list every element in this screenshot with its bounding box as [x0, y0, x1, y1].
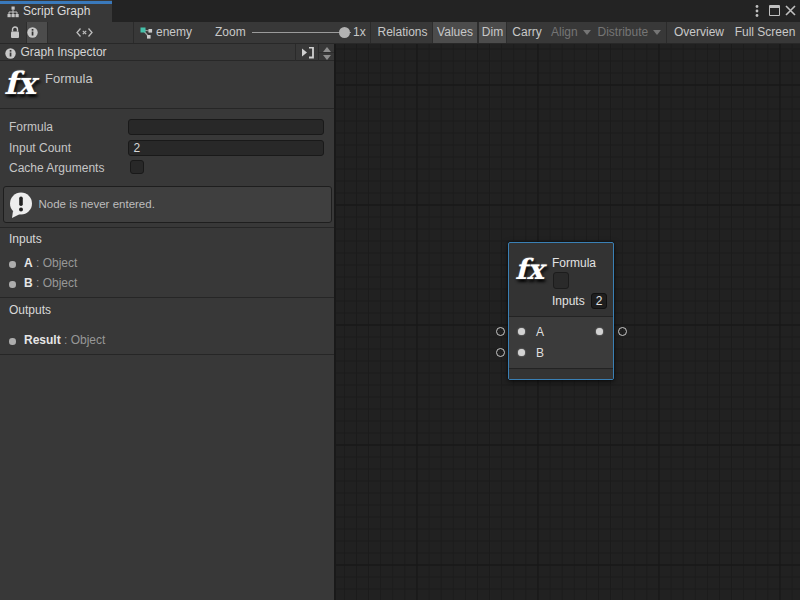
node-port-body — [509, 316, 613, 369]
separator — [0, 227, 334, 228]
output-port-row: Result : Object — [9, 333, 105, 347]
distribute-dropdown[interactable]: Distribute — [598, 22, 662, 43]
overview-button[interactable]: Overview — [668, 22, 730, 43]
lock-icon[interactable] — [9, 26, 21, 42]
toolbar-separator — [370, 22, 371, 43]
port-dot — [9, 338, 16, 345]
separator — [0, 354, 334, 355]
close-icon[interactable] — [784, 4, 797, 17]
port-b-label: B — [536, 346, 544, 360]
port-dot — [9, 261, 16, 268]
carry-button[interactable]: Carry — [507, 22, 547, 43]
port-b-dot[interactable] — [518, 349, 525, 356]
zoom-slider-handle[interactable] — [339, 27, 350, 38]
warning-icon — [9, 192, 34, 222]
zoom-label: Zoom — [215, 22, 246, 43]
port-name: Result — [24, 333, 61, 347]
inspector-header: Graph Inspector — [0, 44, 334, 61]
port-a-label: A — [536, 325, 544, 339]
fullscreen-button[interactable]: Full Screen — [730, 22, 800, 43]
cache-arguments-checkbox[interactable] — [130, 160, 144, 174]
zoom-slider-track[interactable] — [252, 32, 351, 34]
formula-node[interactable]: fx Formula Inputs 2 A B — [508, 242, 614, 380]
separator — [295, 44, 296, 61]
cache-arguments-label: Cache Arguments — [9, 161, 104, 176]
script-graph-icon — [7, 6, 19, 21]
port-result-connector-ring[interactable] — [618, 327, 627, 336]
tab-title: Script Graph — [23, 0, 90, 23]
code-view-icon[interactable] — [76, 27, 93, 41]
node-title: Formula — [552, 256, 596, 270]
chevron-down-icon[interactable] — [323, 55, 331, 60]
chevron-up-icon[interactable] — [323, 47, 331, 52]
info-icon — [5, 48, 16, 62]
separator — [0, 297, 334, 298]
tab-strip: Script Graph — [0, 0, 800, 22]
dim-button[interactable]: Dim — [478, 22, 507, 43]
formula-node-icon: fx — [4, 65, 36, 101]
formula-input[interactable] — [128, 119, 324, 135]
node-inputs-label: Inputs — [552, 294, 585, 308]
align-dropdown[interactable]: Align — [551, 22, 591, 43]
maximize-icon[interactable] — [769, 5, 780, 16]
input-count-label: Input Count — [9, 141, 71, 156]
node-footer — [509, 370, 613, 380]
warning-box: Node is never entered. — [3, 186, 332, 223]
input-port-row: A : Object — [9, 256, 77, 270]
port-a-dot[interactable] — [518, 328, 525, 335]
inputs-section-header: Inputs — [9, 232, 42, 246]
relations-button[interactable]: Relations — [372, 22, 433, 43]
graph-toolbar: enemy Zoom 1x Relations Values Dim Carry… — [0, 22, 800, 44]
tab-script-graph[interactable]: Script Graph — [0, 0, 112, 22]
outputs-section-header: Outputs — [9, 303, 51, 317]
inspector-toggle-button[interactable] — [26, 22, 48, 43]
port-type: : Object — [64, 333, 105, 347]
formula-field-label: Formula — [9, 120, 53, 135]
port-a-connector-ring[interactable] — [496, 327, 505, 336]
node-title-section: fx Formula — [0, 62, 334, 109]
port-type: : Object — [36, 276, 77, 290]
zoom-value: 1x — [353, 22, 366, 43]
formula-node-icon: fx — [515, 253, 544, 286]
port-result-dot[interactable] — [596, 328, 603, 335]
graph-reference-icon — [140, 27, 153, 43]
dock-panel-icon[interactable] — [298, 44, 318, 61]
chevron-down-icon — [653, 30, 661, 35]
kebab-menu-icon[interactable] — [752, 4, 762, 18]
port-dot — [9, 281, 16, 288]
toolbar-separator — [133, 22, 134, 43]
graph-name-breadcrumb[interactable]: enemy — [156, 22, 192, 43]
graph-inspector-panel: Graph Inspector fx Formula Formula Input… — [0, 44, 336, 600]
warning-message: Node is never entered. — [39, 187, 155, 222]
chevron-down-icon — [583, 30, 591, 35]
values-button[interactable]: Values — [432, 22, 478, 43]
input-count-input[interactable]: 2 — [128, 140, 324, 156]
node-title: Formula — [45, 71, 93, 86]
port-type: : Object — [36, 256, 77, 270]
align-label: Align — [551, 25, 578, 39]
node-formula-input[interactable] — [553, 272, 569, 289]
port-name: B — [24, 276, 33, 290]
port-name: A — [24, 256, 33, 270]
distribute-label: Distribute — [598, 25, 649, 39]
inspector-title: Graph Inspector — [21, 44, 107, 61]
toolbar-separator — [666, 22, 667, 43]
input-port-row: B : Object — [9, 276, 77, 290]
node-input-count-field[interactable]: 2 — [591, 293, 607, 310]
separator — [319, 52, 334, 53]
port-b-connector-ring[interactable] — [496, 348, 505, 357]
